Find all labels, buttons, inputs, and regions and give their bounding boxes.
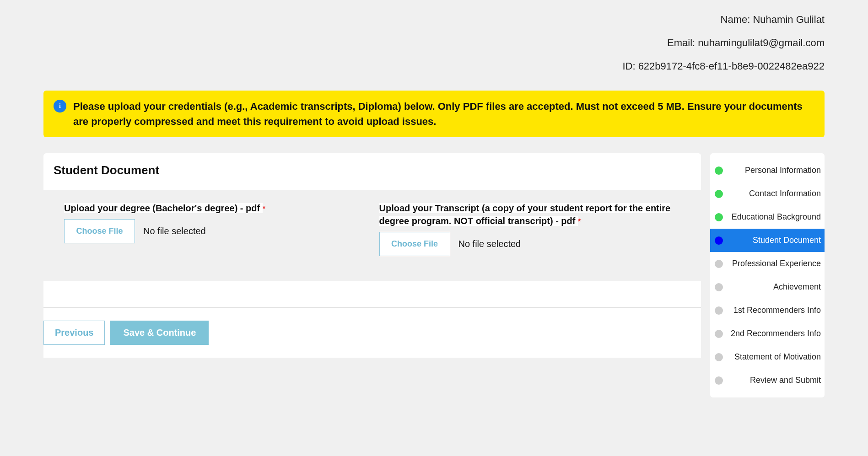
step-item[interactable]: Achievement [710, 275, 825, 299]
step-status-dot [715, 283, 723, 291]
step-item[interactable]: Personal Information [710, 159, 825, 182]
step-status-dot [715, 306, 723, 315]
step-item[interactable]: Student Document [710, 229, 825, 252]
step-label: Student Document [728, 236, 821, 245]
choose-file-degree-button[interactable]: Choose File [64, 219, 135, 243]
step-item[interactable]: Educational Background [710, 205, 825, 229]
upload-degree-label: Upload your degree (Bachelor's degree) -… [64, 203, 263, 213]
choose-file-transcript-button[interactable]: Choose File [379, 232, 450, 256]
step-label: Achievement [728, 282, 821, 292]
panel-header: Student Document [43, 153, 701, 190]
step-status-dot [715, 236, 723, 245]
step-item[interactable]: Contact Information [710, 182, 825, 205]
step-status-dot [715, 260, 723, 268]
step-status-dot [715, 376, 723, 385]
step-label: 1st Recommenders Info [728, 306, 821, 315]
user-info-header: Name: Nuhamin Gulilat Email: nuhaminguli… [0, 0, 868, 91]
upload-instructions-alert: i Please upload your credentials (e.g., … [43, 91, 825, 137]
step-label: Contact Information [728, 189, 821, 198]
step-status-dot [715, 190, 723, 198]
user-name: Name: Nuhamin Gulilat [0, 14, 825, 26]
info-icon: i [54, 100, 66, 113]
button-row: Previous Save & Continue [43, 308, 701, 358]
step-item[interactable]: Professional Experience [710, 252, 825, 275]
user-email: Email: nuhamingulilat9@gmail.com [0, 37, 825, 49]
user-id: ID: 622b9172-4fc8-ef11-b8e9-0022482ea922 [0, 60, 825, 72]
upload-degree-block: Upload your degree (Bachelor's degree) -… [64, 202, 366, 256]
main-panel: Student Document Upload your degree (Bac… [43, 153, 701, 358]
previous-button[interactable]: Previous [43, 321, 105, 345]
panel-divider [43, 281, 701, 308]
step-status-dot [715, 330, 723, 338]
steps-sidebar: Personal InformationContact InformationE… [710, 153, 825, 397]
alert-text: Please upload your credentials (e.g., Ac… [73, 99, 814, 129]
panel-title: Student Document [54, 163, 691, 177]
upload-transcript-block: Upload your Transcript (a copy of your s… [379, 202, 681, 256]
step-item[interactable]: 1st Recommenders Info [710, 299, 825, 322]
step-item[interactable]: Statement of Motivation [710, 345, 825, 369]
step-label: Professional Experience [728, 259, 821, 268]
step-item[interactable]: Review and Submit [710, 369, 825, 392]
step-label: Educational Background [728, 212, 821, 222]
upload-transcript-label: Upload your Transcript (a copy of your s… [379, 203, 671, 226]
step-label: Personal Information [728, 166, 821, 175]
required-asterisk: * [263, 205, 265, 213]
required-asterisk: * [578, 218, 581, 225]
transcript-file-status: No file selected [458, 239, 521, 249]
save-continue-button[interactable]: Save & Continue [110, 321, 209, 345]
form-body: Upload your degree (Bachelor's degree) -… [43, 190, 701, 281]
step-status-dot [715, 166, 723, 175]
step-status-dot [715, 213, 723, 221]
step-label: Review and Submit [728, 376, 821, 385]
step-item[interactable]: 2nd Recommenders Info [710, 322, 825, 345]
step-status-dot [715, 353, 723, 361]
step-label: Statement of Motivation [728, 352, 821, 362]
degree-file-status: No file selected [143, 226, 206, 236]
step-label: 2nd Recommenders Info [728, 329, 821, 338]
